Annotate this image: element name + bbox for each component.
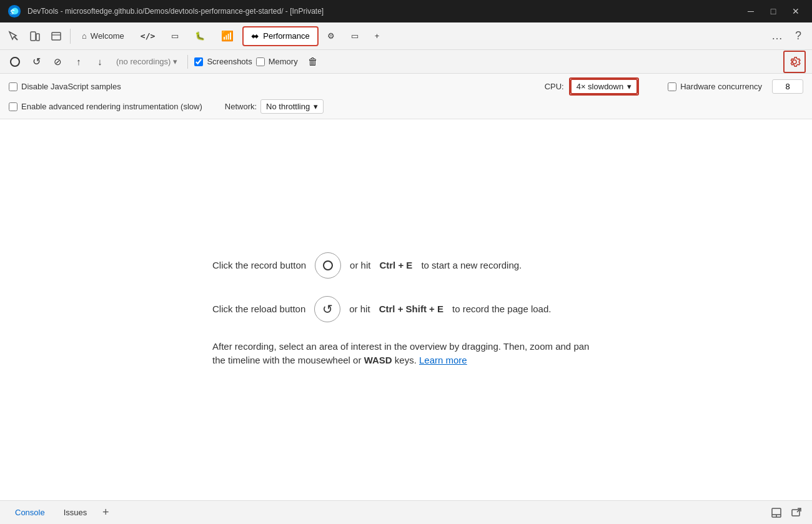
enable-rendering-checkbox[interactable] <box>9 102 17 111</box>
bottom-icon-btn-2[interactable] <box>787 503 806 522</box>
svg-line-10 <box>797 508 801 512</box>
network-label-text: Network: <box>225 102 257 111</box>
tab-storage[interactable]: ▭ <box>344 26 366 46</box>
title-bar: DevTools - microsoftedge.github.io/Demos… <box>0 0 812 22</box>
screenshots-label-text: Screenshots <box>207 57 252 66</box>
record-instruction-shortcut: Ctrl + E <box>379 260 412 270</box>
performance-icon: ⬌ <box>251 31 259 42</box>
settings-gear-button[interactable] <box>783 51 806 73</box>
record-instruction-before: Click the record button <box>212 260 306 270</box>
screenshots-checkbox[interactable] <box>194 57 203 66</box>
settings-row-1: Disable JavaScript samples CPU: 4× slowd… <box>9 77 803 96</box>
elements-code-icon: </> <box>141 31 155 41</box>
import-button[interactable]: ↓ <box>91 53 109 71</box>
reload-instruction-end: to record the page load. <box>452 304 551 314</box>
dock-icon <box>771 507 782 518</box>
screenshots-checkbox-label[interactable]: Screenshots <box>194 57 252 66</box>
hw-concurrency-checkbox[interactable] <box>668 82 676 91</box>
delete-button[interactable]: 🗑 <box>304 53 322 71</box>
record-icon <box>10 57 20 67</box>
main-toolbar: ⌂ Welcome </> ▭ 🐛 📶 ⬌ Performance ⚙ ▭ + … <box>0 22 812 50</box>
settings-bar: Disable JavaScript samples CPU: 4× slowd… <box>0 74 812 119</box>
dropdown-arrow-icon: ▾ <box>173 57 177 66</box>
trash-icon: 🗑 <box>308 56 318 67</box>
stop-button[interactable]: ⊘ <box>49 53 66 71</box>
close-button[interactable]: ✕ <box>787 2 805 20</box>
reload-circle-icon: ↺ <box>314 296 340 322</box>
cpu-dropdown-arrow: ▾ <box>627 82 631 91</box>
bottom-icon-btn-1[interactable] <box>767 503 786 522</box>
network-row: Network: No throttling ▾ <box>225 99 324 114</box>
more-options-button[interactable]: … <box>767 26 787 46</box>
cpu-dropdown[interactable]: 4× slowdown ▾ <box>570 79 638 94</box>
tab-welcome[interactable]: ⌂ Welcome <box>74 26 132 46</box>
export-button[interactable]: ↑ <box>70 53 87 71</box>
record-circle-icon <box>315 252 341 279</box>
upload-icon: ↑ <box>76 56 81 67</box>
cpu-label: CPU: <box>545 82 564 91</box>
gear-toolbar-icon: ⚙ <box>327 31 335 41</box>
paragraph-text-2: keys. <box>395 355 417 365</box>
record-instruction-after: or hit <box>350 260 370 270</box>
reload-instruction-after: or hit <box>349 304 370 314</box>
inspect-icon <box>8 31 19 42</box>
reload-instruction-before: Click the reload button <box>212 304 305 314</box>
reload-icon: ↺ <box>32 56 41 67</box>
cpu-value-text: 4× slowdown <box>577 82 624 91</box>
memory-checkbox[interactable] <box>256 57 265 66</box>
record-instruction-end: to start a new recording. <box>421 260 522 270</box>
enable-rendering-label-text: Enable advanced rendering instrumentatio… <box>21 102 202 111</box>
home-icon: ⌂ <box>82 31 87 41</box>
device-toolbar-button[interactable] <box>25 26 45 46</box>
svg-line-1 <box>14 37 17 40</box>
record-inner-icon <box>323 260 333 270</box>
help-button[interactable]: ? <box>788 26 808 46</box>
disable-js-checkbox-label[interactable]: Disable JavaScript samples <box>9 82 121 91</box>
memory-checkbox-label[interactable]: Memory <box>256 57 298 66</box>
add-tab-button[interactable]: + <box>367 26 387 46</box>
record-button[interactable] <box>6 53 24 71</box>
plus-icon: + <box>375 31 380 41</box>
hw-concurrency-label-text: Hardware concurrency <box>680 82 762 91</box>
tab-network[interactable]: 📶 <box>214 26 241 46</box>
reload-instruction-shortcut: Ctrl + Shift + E <box>379 304 443 314</box>
add-panel-button[interactable]: + <box>97 504 114 522</box>
main-content: Click the record button or hit Ctrl + E … <box>0 119 812 500</box>
recordings-label: (no recordings) <box>116 57 171 66</box>
storage-icon: ▭ <box>351 31 359 41</box>
tab-performance[interactable]: ⬌ Performance <box>242 26 318 46</box>
hw-concurrency-label[interactable]: Hardware concurrency <box>668 82 762 91</box>
console-icon: ▭ <box>171 31 179 41</box>
gear-icon <box>788 56 801 68</box>
action-bar-divider <box>187 55 188 69</box>
learn-more-link[interactable]: Learn more <box>419 355 467 365</box>
tab-console-panel[interactable]: ▭ <box>164 26 186 46</box>
network-dropdown-arrow: ▾ <box>314 102 318 111</box>
ellipsis-icon: … <box>771 29 783 42</box>
console-tab[interactable]: Console <box>6 504 54 522</box>
bug-icon: 🐛 <box>195 31 205 41</box>
minimize-button[interactable]: ─ <box>742 2 760 20</box>
cpu-dropdown-container: 4× slowdown ▾ <box>569 77 640 96</box>
elements-panel-button[interactable] <box>46 26 66 46</box>
network-value-text: No throttling <box>266 102 310 111</box>
bottom-bar: Console Issues + <box>0 500 812 524</box>
hw-concurrency-input[interactable] <box>772 79 803 94</box>
reload-record-button[interactable]: ↺ <box>27 53 45 71</box>
inspect-element-button[interactable] <box>4 26 24 46</box>
network-dropdown[interactable]: No throttling ▾ <box>260 99 324 114</box>
tab-elements[interactable]: </> <box>133 26 162 46</box>
edge-logo-icon <box>7 4 21 18</box>
tab-gear[interactable]: ⚙ <box>320 26 342 46</box>
enable-rendering-label[interactable]: Enable advanced rendering instrumentatio… <box>9 102 202 111</box>
tab-sources[interactable]: 🐛 <box>187 26 212 46</box>
record-instruction-row: Click the record button or hit Ctrl + E … <box>212 252 600 279</box>
recordings-dropdown[interactable]: (no recordings) ▾ <box>112 56 181 67</box>
disable-js-checkbox[interactable] <box>9 82 17 91</box>
elements-icon <box>51 31 62 42</box>
wasd-text: WASD <box>364 355 392 365</box>
title-bar-text: DevTools - microsoftedge.github.io/Demos… <box>27 7 736 16</box>
maximize-button[interactable]: □ <box>765 2 782 20</box>
issues-tab[interactable]: Issues <box>55 504 96 522</box>
instructions-container: Click the record button or hit Ctrl + E … <box>200 240 612 380</box>
